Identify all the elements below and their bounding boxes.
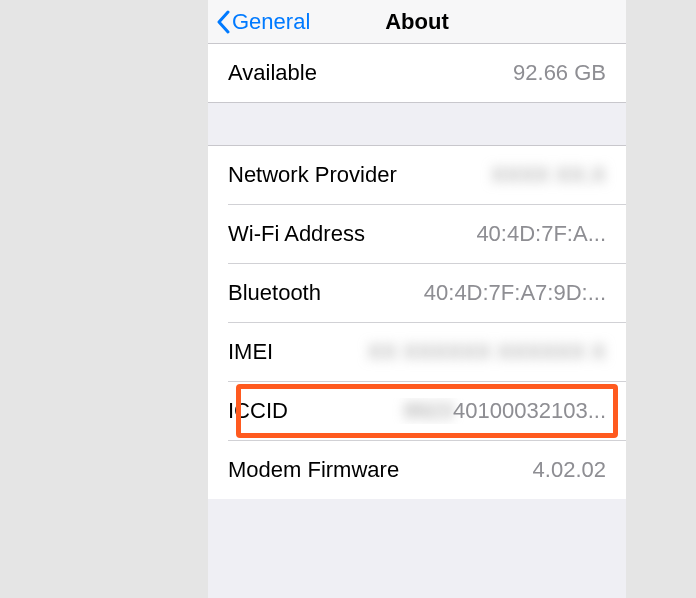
settings-about-screen: General About Available 92.66 GB Network… <box>208 0 626 598</box>
back-label: General <box>232 9 310 35</box>
group-spacer <box>208 103 626 145</box>
iccid-label: ICCID <box>228 398 288 424</box>
modem-firmware-row[interactable]: Modem Firmware 4.02.02 <box>228 441 626 499</box>
bluetooth-label: Bluetooth <box>228 280 321 306</box>
imei-value: XX XXXXXX XXXXXX X <box>356 339 606 365</box>
modem-firmware-label: Modem Firmware <box>228 457 399 483</box>
bluetooth-row[interactable]: Bluetooth 40:4D:7F:A7:9D:... <box>228 264 626 323</box>
page-title: About <box>385 9 449 35</box>
wifi-address-row[interactable]: Wi-Fi Address 40:4D:7F:A... <box>228 205 626 264</box>
storage-group: Available 92.66 GB <box>208 44 626 103</box>
chevron-left-icon <box>216 10 230 34</box>
modem-firmware-value: 4.02.02 <box>521 457 606 483</box>
imei-row[interactable]: IMEI XX XXXXXX XXXXXX X <box>228 323 626 382</box>
back-button[interactable]: General <box>208 9 310 35</box>
wifi-address-value: 40:4D:7F:A... <box>464 221 606 247</box>
device-info-group: Network Provider XXXX XX.X Wi-Fi Address… <box>208 145 626 499</box>
iccid-hidden-prefix: 8923 <box>404 398 453 424</box>
iccid-row[interactable]: ICCID 8923 40100032103... <box>228 382 626 441</box>
available-row[interactable]: Available 92.66 GB <box>228 44 626 102</box>
available-label: Available <box>228 60 317 86</box>
network-provider-value: XXXX XX.X <box>479 162 606 188</box>
iccid-visible-part: 40100032103... <box>453 398 606 424</box>
available-value: 92.66 GB <box>501 60 606 86</box>
iccid-value: 8923 40100032103... <box>288 398 606 424</box>
navigation-bar: General About <box>208 0 626 44</box>
bluetooth-value: 40:4D:7F:A7:9D:... <box>412 280 606 306</box>
imei-label: IMEI <box>228 339 273 365</box>
network-provider-row[interactable]: Network Provider XXXX XX.X <box>228 146 626 205</box>
network-provider-label: Network Provider <box>228 162 397 188</box>
wifi-address-label: Wi-Fi Address <box>228 221 365 247</box>
